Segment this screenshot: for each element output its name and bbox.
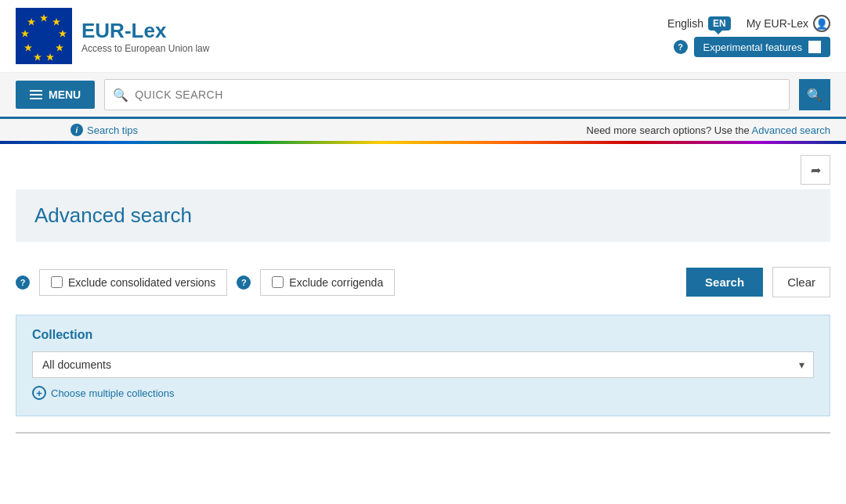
filters-row: ? Exclude consolidated versions ? Exclud…	[16, 257, 830, 307]
navbar: MENU 🔍 🔍	[0, 73, 846, 119]
exclude-consolidated-checkbox[interactable]	[51, 276, 63, 288]
filter2-help-icon[interactable]: ?	[237, 275, 251, 290]
search-input[interactable]	[135, 88, 781, 101]
bottom-border	[16, 432, 830, 434]
plus-icon: +	[32, 386, 46, 400]
exclude-consolidated-label[interactable]: Exclude consolidated versions	[39, 269, 227, 296]
exclude-corrigenda-checkbox[interactable]	[272, 276, 284, 288]
choose-multiple-label: Choose multiple collections	[51, 387, 175, 399]
main-content: Advanced search ? Exclude consolidated v…	[0, 189, 846, 449]
collection-section: Collection All documents Official Journa…	[16, 315, 830, 416]
advanced-search-title: Advanced search	[34, 203, 812, 228]
collection-title: Collection	[32, 328, 814, 342]
language-selector[interactable]: English EN	[667, 16, 731, 31]
search-icon: 🔍	[113, 88, 128, 103]
collection-select-wrapper: All documents Official Journal Treaties …	[32, 351, 814, 378]
exclude-corrigenda-label[interactable]: Exclude corrigenda	[260, 269, 395, 296]
search-tips-link[interactable]: i Search tips	[70, 124, 138, 136]
search-tips-bar: i Search tips Need more search options? …	[0, 119, 846, 141]
my-eurlex-label: My EUR-Lex	[747, 17, 808, 30]
info-icon: i	[70, 124, 83, 136]
header-top-right: English EN My EUR-Lex 👤	[667, 15, 830, 32]
menu-button[interactable]: MENU	[16, 81, 95, 109]
collection-select[interactable]: All documents Official Journal Treaties …	[32, 351, 814, 378]
search-go-button[interactable]: 🔍	[799, 79, 830, 110]
logo-subtitle: Access to European Union law	[81, 43, 209, 54]
my-eurlex-button[interactable]: My EUR-Lex 👤	[747, 15, 830, 32]
choose-multiple-link[interactable]: + Choose multiple collections	[32, 386, 814, 400]
logo-area: EUR-Lex Access to European Union law	[16, 8, 209, 64]
advanced-search-title-bar: Advanced search	[16, 189, 830, 242]
share-button[interactable]: ➦	[801, 155, 830, 185]
menu-label: MENU	[49, 88, 81, 101]
exclude-consolidated-text: Exclude consolidated versions	[68, 276, 215, 289]
lang-label: English	[667, 17, 703, 30]
experimental-label: Experimental features	[703, 41, 802, 53]
eu-flag-icon	[16, 8, 72, 64]
advanced-search-prompt: Need more search options? Use the Advanc…	[587, 124, 830, 136]
advanced-search-link[interactable]: Advanced search	[752, 124, 830, 136]
share-icon: ➦	[811, 163, 821, 178]
search-tips-label: Search tips	[87, 124, 138, 136]
clear-button[interactable]: Clear	[772, 267, 830, 297]
lang-badge: EN	[708, 16, 731, 31]
site-header: EUR-Lex Access to European Union law Eng…	[0, 0, 846, 73]
search-button[interactable]: Search	[686, 268, 763, 297]
logo-prefix: EUR-	[81, 19, 132, 42]
logo-suffix: Lex	[132, 19, 167, 42]
advanced-prompt-text: Need more search options? Use the	[587, 124, 750, 136]
quick-search-bar: 🔍	[104, 79, 790, 110]
logo-text: EUR-Lex Access to European Union law	[81, 19, 209, 54]
experimental-features-bar: Experimental features	[694, 37, 830, 57]
hamburger-icon	[30, 90, 42, 99]
experimental-help-icon[interactable]: ?	[674, 40, 688, 54]
header-right: English EN My EUR-Lex 👤 ? Experimental f…	[667, 15, 830, 57]
share-area: ➦	[0, 144, 846, 189]
filter1-help-icon[interactable]: ?	[16, 275, 30, 290]
experimental-toggle[interactable]	[808, 41, 821, 53]
exclude-corrigenda-text: Exclude corrigenda	[289, 276, 383, 289]
user-icon: 👤	[813, 15, 830, 32]
logo-title: EUR-Lex	[81, 19, 209, 43]
